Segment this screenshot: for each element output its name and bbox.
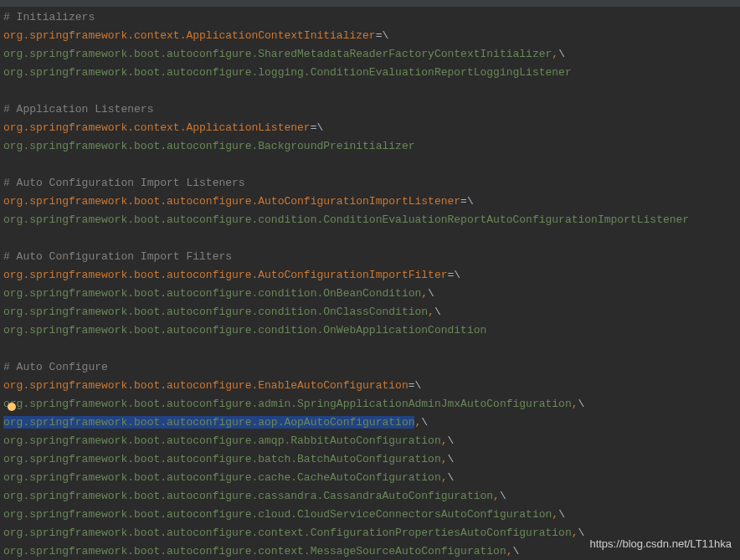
property-value: org.springframework.boot.autoconfigure.c… <box>3 527 572 539</box>
code-line: # Auto Configuration Import Listeners <box>3 174 740 193</box>
equals-sign: = <box>376 29 383 42</box>
line-continuation: \ <box>448 434 455 447</box>
comma: , <box>493 490 500 502</box>
code-line: org.springframework.boot.autoconfigure.a… <box>3 395 740 414</box>
property-value: org.springframework.boot.autoconfigure.S… <box>3 48 552 60</box>
code-line: org.springframework.boot.autoconfigure.a… <box>3 432 740 450</box>
property-key: org.springframework.boot.autoconfigure.A… <box>3 269 448 281</box>
code-line-empty <box>3 229 740 248</box>
code-line: org.springframework.boot.autoconfigure.c… <box>3 211 740 229</box>
code-line: org.springframework.boot.autoconfigure.S… <box>3 45 740 64</box>
code-editor[interactable]: # Initializers org.springframework.conte… <box>0 7 740 560</box>
line-continuation: \ <box>454 269 460 281</box>
property-value: org.springframework.boot.autoconfigure.c… <box>3 545 506 557</box>
line-continuation: \ <box>421 416 428 429</box>
code-line: org.springframework.boot.autoconfigure.A… <box>3 193 740 211</box>
property-value: org.springframework.boot.autoconfigure.c… <box>3 306 428 318</box>
code-line-empty <box>3 156 740 174</box>
property-value: org.springframework.boot.autoconfigure.a… <box>3 398 572 410</box>
property-key: org.springframework.context.ApplicationC… <box>3 29 376 42</box>
code-line: org.springframework.boot.autoconfigure.b… <box>3 450 740 469</box>
code-line: org.springframework.boot.autoconfigure.c… <box>3 506 740 524</box>
comment-text: # Auto Configure <box>3 361 108 373</box>
code-line-empty <box>3 340 740 358</box>
line-continuation: \ <box>558 508 565 521</box>
comment-text: # Initializers <box>3 11 95 23</box>
property-value: org.springframework.boot.autoconfigure.c… <box>3 508 552 521</box>
code-line-empty <box>3 82 740 100</box>
comment-text: # Auto Configuration Import Listeners <box>3 177 245 189</box>
property-key: org.springframework.boot.autoconfigure.E… <box>3 379 409 392</box>
comma: , <box>572 398 578 410</box>
code-line: org.springframework.boot.autoconfigure.B… <box>3 137 740 156</box>
property-value: org.springframework.boot.autoconfigure.c… <box>3 490 493 502</box>
code-line: # Initializers <box>3 8 740 27</box>
watermark-text: https://blog.csdn.net/LT11hka <box>589 535 732 553</box>
comma: , <box>506 545 513 557</box>
line-continuation: \ <box>578 527 585 539</box>
code-line: # Auto Configure <box>3 358 740 377</box>
code-line: org.springframework.boot.autoconfigure.a… <box>3 414 740 432</box>
editor-top-bar <box>0 0 740 7</box>
property-value-highlighted: org.springframework.boot.autoconfigure.a… <box>3 416 414 429</box>
line-continuation: \ <box>467 195 474 208</box>
code-line: org.springframework.boot.autoconfigure.c… <box>3 285 740 303</box>
line-continuation: \ <box>383 29 389 42</box>
code-line: # Application Listeners <box>3 100 740 119</box>
line-continuation: \ <box>578 398 585 410</box>
code-line: org.springframework.boot.autoconfigure.c… <box>3 469 740 487</box>
gutter-breakpoint-icon[interactable] <box>8 403 16 411</box>
property-key: org.springframework.boot.autoconfigure.A… <box>3 195 460 208</box>
property-value: org.springframework.boot.autoconfigure.c… <box>3 213 689 226</box>
property-value: org.springframework.boot.autoconfigure.B… <box>3 140 414 152</box>
code-line: # Auto Configuration Import Filters <box>3 248 740 266</box>
comma: , <box>441 434 448 447</box>
comma: , <box>552 508 558 521</box>
property-value: org.springframework.boot.autoconfigure.l… <box>3 66 572 79</box>
line-continuation: \ <box>415 379 422 392</box>
code-line: org.springframework.boot.autoconfigure.c… <box>3 321 740 340</box>
comma: , <box>552 48 558 60</box>
line-continuation: \ <box>428 287 434 300</box>
line-continuation: \ <box>448 453 455 465</box>
comma: , <box>421 287 428 300</box>
code-line: org.springframework.boot.autoconfigure.A… <box>3 266 740 285</box>
code-line: org.springframework.context.ApplicationL… <box>3 119 740 137</box>
code-line: org.springframework.boot.autoconfigure.l… <box>3 64 740 82</box>
line-continuation: \ <box>513 545 520 557</box>
comma: , <box>428 306 434 318</box>
comment-text: # Auto Configuration Import Filters <box>3 250 232 263</box>
comma: , <box>441 453 448 465</box>
property-value: org.springframework.boot.autoconfigure.c… <box>3 471 441 484</box>
line-continuation: \ <box>434 306 441 318</box>
code-line: org.springframework.boot.autoconfigure.E… <box>3 377 740 395</box>
property-value: org.springframework.boot.autoconfigure.c… <box>3 287 421 300</box>
code-line: org.springframework.boot.autoconfigure.c… <box>3 303 740 321</box>
comment-text: # Application Listeners <box>3 103 153 116</box>
property-value: org.springframework.boot.autoconfigure.b… <box>3 453 441 465</box>
comma: , <box>441 471 448 484</box>
property-value: org.springframework.boot.autoconfigure.a… <box>3 434 441 447</box>
property-key: org.springframework.context.ApplicationL… <box>3 121 311 134</box>
line-continuation: \ <box>316 121 323 134</box>
line-continuation: \ <box>558 48 565 60</box>
line-continuation: \ <box>448 471 455 484</box>
line-continuation: \ <box>500 490 506 502</box>
code-line: org.springframework.context.ApplicationC… <box>3 27 740 45</box>
equals-sign: = <box>409 379 415 392</box>
equals-sign: = <box>460 195 467 208</box>
property-value: org.springframework.boot.autoconfigure.c… <box>3 324 486 337</box>
comma: , <box>572 527 578 539</box>
code-line: org.springframework.boot.autoconfigure.c… <box>3 487 740 506</box>
